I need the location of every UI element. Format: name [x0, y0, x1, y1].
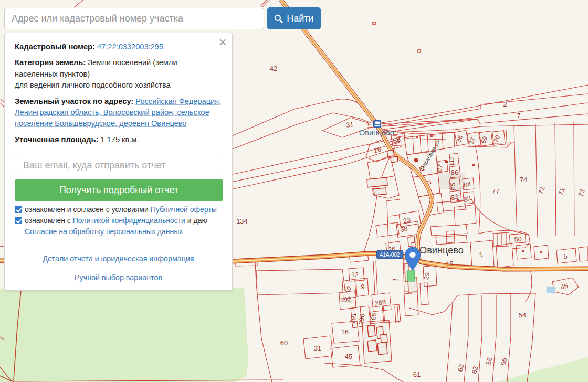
svg-text:Овинцево: Овинцево	[419, 245, 464, 256]
svg-text:60: 60	[280, 339, 288, 347]
svg-text:61: 61	[413, 370, 421, 378]
svg-text:9: 9	[361, 283, 365, 291]
svg-text:42: 42	[270, 65, 277, 72]
svg-text:5: 5	[563, 252, 567, 260]
svg-text:29: 29	[423, 272, 431, 280]
svg-text:2: 2	[503, 100, 507, 108]
svg-text:41А-002: 41А-002	[380, 252, 400, 258]
svg-text:292: 292	[340, 295, 352, 304]
svg-text:86: 86	[451, 168, 458, 176]
svg-text:23: 23	[403, 216, 412, 225]
svg-text:77: 77	[492, 187, 499, 195]
svg-text:55: 55	[499, 357, 509, 366]
svg-text:31: 31	[314, 345, 321, 352]
svg-text:50: 50	[514, 236, 522, 243]
svg-text:54: 54	[519, 311, 526, 319]
svg-text:288: 288	[374, 299, 386, 307]
svg-text:83: 83	[450, 193, 459, 202]
svg-text:74: 74	[520, 176, 527, 184]
svg-text:65: 65	[370, 312, 378, 321]
svg-text:85: 85	[448, 182, 457, 190]
svg-text:84: 84	[463, 180, 471, 189]
svg-text:12: 12	[351, 271, 359, 279]
svg-text:111: 111	[447, 156, 456, 166]
svg-text:7: 7	[517, 112, 520, 120]
svg-text:Овинцово: Овинцово	[359, 129, 394, 137]
svg-text:15: 15	[446, 260, 454, 268]
svg-text:45: 45	[345, 353, 352, 360]
svg-text:63: 63	[456, 363, 466, 372]
svg-text:31: 31	[345, 120, 354, 129]
svg-text:134: 134	[236, 217, 248, 225]
svg-text:16: 16	[341, 328, 349, 336]
svg-text:62: 62	[470, 365, 480, 374]
svg-text:56: 56	[485, 356, 494, 365]
svg-text:38: 38	[400, 225, 408, 234]
